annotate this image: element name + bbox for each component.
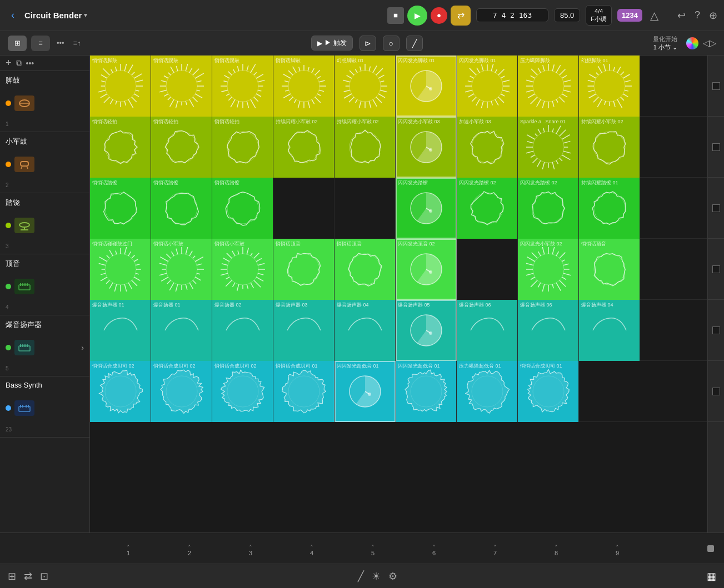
- track-dot-4[interactable]: [6, 284, 11, 289]
- clip-cell-r2-c0[interactable]: 悄悄话踏镲: [90, 178, 151, 239]
- clip-cell-r5-c3[interactable]: 悄悄话合成贝司 01: [273, 361, 334, 422]
- clip-cell-r2-c3[interactable]: [273, 178, 334, 239]
- launch-btn-6[interactable]: [708, 361, 724, 422]
- clip-cell-r4-c5[interactable]: 爆音扬声器 05: [396, 300, 457, 361]
- clip-cell-r0-c1[interactable]: 悄悄话踢鼓: [151, 56, 212, 117]
- track-dot-3[interactable]: [6, 223, 11, 228]
- clip-cell-r1-c4[interactable]: 持续闪耀小军鼓 02: [334, 117, 396, 178]
- clip-cell-r1-c2[interactable]: 悄悄话轻拍: [212, 117, 273, 178]
- launch-btn-1[interactable]: [708, 56, 724, 117]
- track-icon-1[interactable]: [14, 96, 34, 111]
- clip-cell-r5-c4[interactable]: 闪闪发光超低音 01: [334, 361, 396, 422]
- track-icon-5[interactable]: [14, 340, 34, 355]
- clip-cell-r0-c6[interactable]: 闪闪发光脚鼓 01: [457, 56, 518, 117]
- clip-cell-r5-c2[interactable]: 悄悄话合成贝司 02: [212, 361, 273, 422]
- plugin-icon[interactable]: ⊡: [40, 570, 48, 582]
- clip-cell-r2-c6[interactable]: 闪闪发光踏镲 02: [457, 178, 518, 239]
- clip-cell-r0-c4[interactable]: 幻想脚鼓 01: [334, 56, 396, 117]
- launch-btn-3[interactable]: [708, 178, 724, 239]
- clip-cell-r4-c2[interactable]: 爆音扬器 02: [212, 300, 273, 361]
- clip-cell-r3-c1[interactable]: 悄悄话小军鼓: [151, 239, 212, 300]
- clip-cell-r5-c6[interactable]: 压力噶障超低音 01: [457, 361, 518, 422]
- clip-cell-r1-c7[interactable]: Sparkle a...Snare 01: [518, 117, 579, 178]
- grid-view-button[interactable]: ⊞: [8, 36, 27, 51]
- clip-cell-r3-c7[interactable]: 闪闪发光小军鼓 02: [518, 239, 579, 300]
- loop-button[interactable]: ⇄: [451, 6, 471, 26]
- clip-cell-r1-c6[interactable]: 加速小军鼓 03: [457, 117, 518, 178]
- clip-cell-r1-c0[interactable]: 悄悄话轻拍: [90, 117, 151, 178]
- clip-cell-r0-c3[interactable]: 悄悄话脚鼓: [273, 56, 334, 117]
- clip-cell-r4-c1[interactable]: 爆音扬器 01: [151, 300, 212, 361]
- mixer-icon[interactable]: ⚙: [388, 570, 397, 582]
- clip-cell-r4-c7[interactable]: 爆音扬声器 06: [518, 300, 579, 361]
- help-icon[interactable]: ?: [695, 9, 700, 21]
- launch-btn-5[interactable]: [708, 300, 724, 361]
- arrow-right-icon[interactable]: ◁▷: [703, 38, 716, 48]
- playback-from-button[interactable]: ⊳: [359, 36, 376, 51]
- back-button[interactable]: ‹: [7, 7, 19, 23]
- track-icon-2[interactable]: [14, 157, 34, 172]
- track-dot-23[interactable]: [6, 405, 11, 411]
- track-dot-5[interactable]: [6, 345, 11, 350]
- clip-cell-r5-c7[interactable]: 悄悄话合成贝司 01: [518, 361, 579, 422]
- track-icon-23[interactable]: [14, 400, 34, 416]
- clip-cell-r3-c5[interactable]: 闪闪发光顶音 02: [396, 239, 457, 300]
- clip-cell-r1-c5[interactable]: 闪闪发光小军鼓 03: [396, 117, 457, 178]
- clip-cell-r1-c3[interactable]: 持续闪耀小军鼓 02: [273, 117, 334, 178]
- share-icon[interactable]: ⊕: [709, 9, 717, 22]
- clip-cell-r2-c2[interactable]: 悄悄话踏镲: [212, 178, 273, 239]
- tracks-view-icon[interactable]: ⇄: [24, 570, 32, 582]
- clip-cell-r0-c7[interactable]: 压力噶障脚鼓: [518, 56, 579, 117]
- clip-cell-r0-c0[interactable]: 悄悄话脚鼓: [90, 56, 151, 117]
- clip-cell-r4-c0[interactable]: 爆音扬声器 01: [90, 300, 151, 361]
- duplicate-track-button[interactable]: ⧉: [16, 58, 22, 68]
- clip-cell-r4-c3[interactable]: 爆音扬声器 03: [273, 300, 334, 361]
- clip-cell-r2-c5[interactable]: 闪闪发光踏镲: [396, 178, 457, 239]
- clip-cell-r1-c1[interactable]: 悄悄话轻拍: [151, 117, 212, 178]
- project-title[interactable]: Circuit Bender ▾: [24, 11, 87, 20]
- playback-loop-button[interactable]: ○: [383, 36, 400, 51]
- brightness-icon[interactable]: ☀: [372, 570, 381, 582]
- clip-cell-r5-c0[interactable]: 悄悄话合成贝司 02: [90, 361, 151, 422]
- clip-cell-r4-c4[interactable]: 爆音扬声器 04: [334, 300, 396, 361]
- clip-cell-r3-c3[interactable]: 悄悄话顶音: [273, 239, 334, 300]
- clip-cell-r0-c8[interactable]: 幻想脚鼓 01: [579, 56, 640, 117]
- time-signature[interactable]: 4/4 F小调: [586, 5, 612, 25]
- clip-cell-r3-c8[interactable]: 悄悄话顶音: [579, 239, 640, 300]
- clip-cell-r1-c8[interactable]: 持续闪耀小军鼓 02: [579, 117, 640, 178]
- clip-cell-r4-c6[interactable]: 爆音扬声器 06: [457, 300, 518, 361]
- stop-button[interactable]: ■: [387, 7, 404, 24]
- track-expand-arrow-5[interactable]: ›: [81, 343, 84, 352]
- position-display[interactable]: 7 4 2 163: [476, 8, 548, 22]
- undo-icon[interactable]: ↩: [677, 9, 686, 22]
- launch-btn-2[interactable]: [708, 117, 724, 178]
- clip-cell-r4-c8[interactable]: 爆音扬声器 04: [579, 300, 640, 361]
- play-button[interactable]: ▶: [407, 6, 427, 26]
- clip-cell-r3-c6[interactable]: [457, 239, 518, 300]
- playback-draw-button[interactable]: ╱: [406, 36, 423, 51]
- timeline-scroll-handle[interactable]: [707, 545, 714, 552]
- more-options-button[interactable]: •••: [57, 39, 64, 47]
- clip-cell-r3-c4[interactable]: 悄悄话顶音: [334, 239, 396, 300]
- clip-cell-r0-c5[interactable]: 闪闪发光脚鼓 01: [396, 56, 457, 117]
- quantize-value[interactable]: 1 小节 ⌄: [653, 43, 677, 52]
- color-picker-icon[interactable]: [686, 37, 698, 49]
- tempo-display[interactable]: 85.0: [554, 8, 580, 22]
- sort-icon[interactable]: ≡↑: [73, 39, 81, 47]
- track-icon-3[interactable]: [14, 218, 34, 233]
- clip-cell-r5-c1[interactable]: 悄悄话合成贝司 02: [151, 361, 212, 422]
- clip-cell-r3-c0[interactable]: 悄悄话碰碰鼓过门: [90, 239, 151, 300]
- clip-cell-r2-c8[interactable]: 持续闪耀踏镲 01: [579, 178, 640, 239]
- clip-cell-r2-c4[interactable]: [334, 178, 396, 239]
- playback-trigger-button[interactable]: ▶ ▶ 触发: [311, 36, 352, 51]
- clip-cell-r3-c2[interactable]: 悄悄话小军鼓: [212, 239, 273, 300]
- clip-cell-r2-c1[interactable]: 悄悄话踏镲: [151, 178, 212, 239]
- metronome-button[interactable]: △: [648, 9, 661, 22]
- record-button[interactable]: ●: [431, 7, 447, 24]
- track-options-button[interactable]: •••: [26, 59, 34, 68]
- loop-view-icon[interactable]: ⊞: [8, 570, 16, 582]
- track-dot-2[interactable]: [6, 162, 11, 167]
- chart-view-icon[interactable]: ▦: [707, 570, 716, 582]
- clip-cell-r2-c7[interactable]: 闪闪发光踏镲 02: [518, 178, 579, 239]
- list-view-button[interactable]: ≡: [31, 36, 50, 51]
